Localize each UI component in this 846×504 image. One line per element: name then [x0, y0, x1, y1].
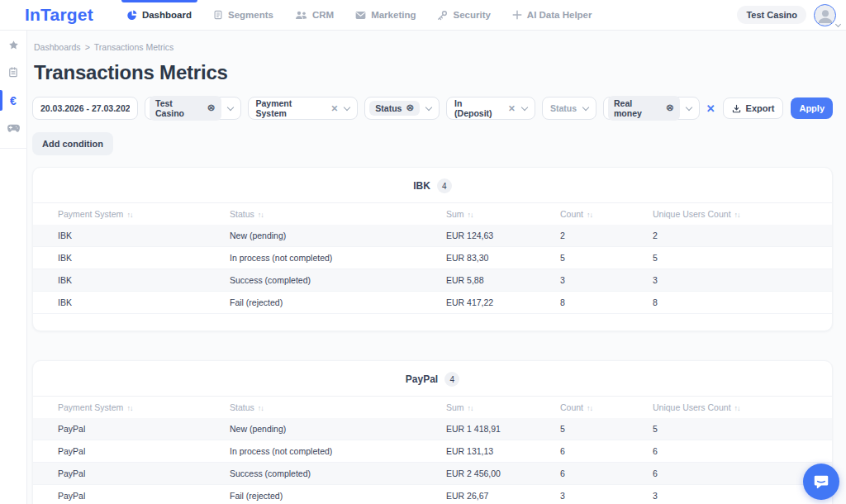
table-header-row: Payment System↑↓Status↑↓Sum↑↓Count↑↓Uniq…: [33, 203, 832, 226]
cell-count: 5: [554, 247, 646, 269]
chevron-down-icon: [344, 103, 350, 110]
main-content: Dashboards > Transactions Metrics Transa…: [27, 31, 846, 504]
apply-button[interactable]: Apply: [791, 97, 833, 119]
filter-tag-label: Test Casino: [155, 98, 203, 118]
filter-actions: ✕ Export Apply: [706, 97, 833, 119]
table-row: PayPalSuccess (completed)EUR 2 456,0066: [33, 463, 832, 485]
column-header-unique-users-count[interactable]: Unique Users Count↑↓: [646, 397, 832, 419]
table-title: IBK: [413, 180, 430, 192]
column-header-count[interactable]: Count↑↓: [554, 203, 646, 226]
breadcrumb-dashboards[interactable]: Dashboards: [34, 42, 81, 52]
column-header-status[interactable]: Status↑↓: [223, 203, 440, 226]
table-row: PayPalIn process (not completed)EUR 131,…: [33, 440, 832, 463]
crm-people-icon: [295, 10, 307, 20]
sidebar-item-favorites[interactable]: [0, 32, 27, 59]
sort-icon[interactable]: ↑↓: [258, 211, 264, 219]
filter-select-real-money[interactable]: Real money⊗: [603, 97, 700, 120]
sidebar-item-finance[interactable]: €: [0, 87, 27, 114]
column-header-payment-system[interactable]: Payment System↑↓: [33, 203, 223, 226]
sort-icon[interactable]: ↑↓: [734, 404, 740, 412]
nav-item-label: Dashboard: [142, 10, 192, 20]
column-header-status[interactable]: Status↑↓: [223, 397, 440, 419]
column-header-sum[interactable]: Sum↑↓: [440, 203, 554, 226]
nav-item-label: Security: [453, 10, 490, 20]
app-logo[interactable]: InTarget: [25, 5, 93, 25]
account-badge[interactable]: Test Casino: [737, 6, 806, 24]
sort-icon[interactable]: ↑↓: [468, 404, 473, 412]
export-button[interactable]: Export: [723, 97, 784, 119]
cell-sum: EUR 124,63: [440, 225, 554, 247]
export-label: Export: [746, 103, 775, 113]
chevron-down-icon: [425, 103, 432, 110]
nav-item-security[interactable]: Security: [426, 0, 501, 30]
column-header-payment-system[interactable]: Payment System↑↓: [33, 397, 223, 419]
nav-item-label: AI Data Helper: [527, 10, 592, 20]
column-header-unique-users-count[interactable]: Unique Users Count↑↓: [646, 203, 832, 226]
cell-count: 5: [554, 418, 646, 440]
nav-item-crm[interactable]: CRM: [284, 0, 345, 30]
row-count-badge: 4: [437, 178, 452, 193]
column-label: Sum: [446, 402, 464, 412]
sort-icon[interactable]: ↑↓: [587, 404, 592, 412]
cell-unique-users-count: 2: [646, 225, 832, 247]
nav-item-dashboard[interactable]: Dashboard: [116, 0, 202, 30]
filter-select-payment-system[interactable]: Payment System✕: [248, 97, 359, 120]
sort-icon[interactable]: ↑↓: [126, 211, 132, 219]
filter-select-status[interactable]: Status: [542, 97, 596, 120]
nav-item-ai-data-helper[interactable]: AI Data Helper: [501, 0, 603, 30]
cell-status: Fail (rejected): [223, 485, 440, 504]
sort-icon[interactable]: ↑↓: [126, 404, 132, 412]
cell-sum: EUR 26,67: [440, 485, 554, 504]
cell-sum: EUR 2 456,00: [440, 463, 554, 485]
sort-icon[interactable]: ↑↓: [734, 211, 740, 219]
filter-select-status[interactable]: Status⊗: [364, 97, 440, 120]
remove-tag-icon[interactable]: ⊗: [406, 103, 414, 113]
add-condition-button[interactable]: Add condition: [32, 132, 113, 155]
column-label: Count: [560, 402, 583, 412]
sort-icon[interactable]: ↑↓: [587, 211, 592, 219]
nav-item-segments[interactable]: Segments: [202, 0, 284, 30]
filter-select-in-deposit[interactable]: In (Deposit)✕: [446, 97, 535, 120]
table-header-row: Payment System↑↓Status↑↓Sum↑↓Count↑↓Uniq…: [33, 397, 832, 419]
column-header-sum[interactable]: Sum↑↓: [440, 397, 554, 419]
column-label: Unique Users Count: [653, 402, 731, 412]
column-header-count[interactable]: Count↑↓: [554, 397, 646, 419]
nav-item-label: CRM: [312, 10, 334, 20]
breadcrumb-separator: >: [85, 42, 90, 52]
cell-status: Success (completed): [223, 463, 440, 485]
sidebar-divider: [0, 148, 27, 149]
chat-widget-button[interactable]: [803, 464, 839, 500]
metrics-table: Payment System↑↓Status↑↓Sum↑↓Count↑↓Uniq…: [33, 396, 832, 504]
date-range-input[interactable]: [32, 97, 138, 120]
sort-icon[interactable]: ↑↓: [258, 404, 264, 412]
remove-tag-icon[interactable]: ⊗: [666, 103, 674, 113]
chevron-down-icon: [226, 103, 233, 110]
star-icon: [8, 39, 19, 54]
topbar-right: Test Casino: [737, 4, 836, 26]
nav-item-label: Segments: [228, 10, 273, 20]
table-title: PayPal: [406, 373, 438, 385]
cell-unique-users-count: 8: [646, 292, 832, 314]
filter-tag-label: Status: [375, 103, 402, 113]
sidebar-item-reports[interactable]: [0, 59, 27, 87]
sort-icon[interactable]: ↑↓: [468, 211, 473, 219]
clear-value-icon[interactable]: ✕: [508, 103, 516, 113]
table-row: IBKSuccess (completed)EUR 5,8833: [33, 269, 832, 292]
remove-tag-icon[interactable]: ⊗: [207, 103, 216, 113]
top-nav: DashboardSegmentsCRMMarketingSecurityAI …: [116, 0, 603, 30]
cell-count: 3: [554, 485, 646, 504]
table-row: IBKNew (pending)EUR 124,6322: [33, 225, 832, 247]
nav-item-marketing[interactable]: Marketing: [345, 0, 426, 30]
top-bar: InTarget DashboardSegmentsCRMMarketingSe…: [0, 0, 846, 31]
sidebar-item-games[interactable]: [0, 114, 27, 141]
column-label: Sum: [446, 209, 464, 219]
clear-filters-icon[interactable]: ✕: [706, 103, 715, 114]
segments-doc-icon: [213, 10, 223, 20]
filter-select-test-casino[interactable]: Test Casino⊗: [145, 97, 241, 120]
user-avatar[interactable]: [814, 4, 836, 26]
cell-status: In process (not completed): [223, 440, 440, 463]
cell-payment-system: PayPal: [33, 418, 223, 440]
clear-value-icon[interactable]: ✕: [331, 103, 339, 113]
cell-status: Fail (rejected): [223, 292, 440, 314]
cell-status: In process (not completed): [223, 247, 440, 269]
